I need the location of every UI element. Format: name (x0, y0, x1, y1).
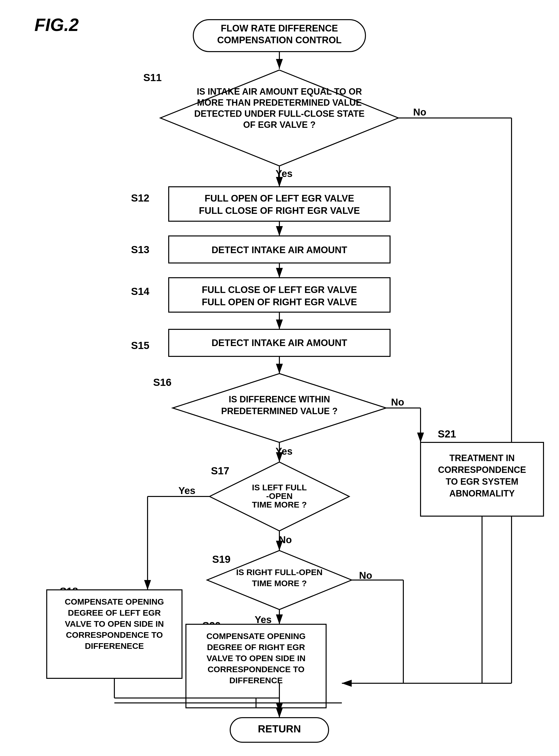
svg-text:S16: S16 (153, 377, 172, 388)
svg-text:S11: S11 (143, 72, 162, 83)
svg-text:Yes: Yes (179, 485, 196, 496)
svg-text:COMPENSATION CONTROL: COMPENSATION CONTROL (217, 35, 342, 45)
svg-text:TO EGR SYSTEM: TO EGR SYSTEM (446, 476, 518, 487)
svg-text:DEGREE OF LEFT EGR: DEGREE OF LEFT EGR (68, 608, 161, 617)
svg-text:DIFFERENCE: DIFFERENCE (229, 676, 283, 685)
svg-text:DETECTED UNDER FULL-CLOSE STAT: DETECTED UNDER FULL-CLOSE STATE (194, 109, 365, 119)
svg-text:COMPENSATE OPENING: COMPENSATE OPENING (65, 597, 164, 606)
svg-text:DEGREE OF RIGHT EGR: DEGREE OF RIGHT EGR (207, 642, 305, 652)
svg-text:DETECT INTAKE AIR AMOUNT: DETECT INTAKE AIR AMOUNT (211, 245, 347, 255)
svg-text:VALVE TO OPEN SIDE IN: VALVE TO OPEN SIDE IN (207, 654, 306, 663)
svg-text:S17: S17 (211, 465, 229, 476)
svg-text:-OPEN: -OPEN (266, 491, 293, 501)
svg-text:TIME MORE ?: TIME MORE ? (252, 578, 307, 588)
svg-text:OF EGR VALVE ?: OF EGR VALVE ? (243, 120, 316, 130)
svg-text:DETECT INTAKE AIR AMOUNT: DETECT INTAKE AIR AMOUNT (211, 338, 347, 348)
svg-text:S15: S15 (131, 340, 150, 351)
svg-text:S13: S13 (131, 244, 150, 255)
svg-text:S12: S12 (131, 192, 150, 204)
svg-text:No: No (391, 397, 404, 407)
svg-text:TIME MORE ?: TIME MORE ? (252, 500, 307, 509)
svg-rect-19 (169, 187, 390, 221)
svg-text:IS DIFFERENCE WITHIN: IS DIFFERENCE WITHIN (229, 394, 330, 404)
svg-text:FLOW RATE DIFFERENCE: FLOW RATE DIFFERENCE (221, 23, 338, 33)
svg-text:MORE THAN PREDETERMINED VALUE: MORE THAN PREDETERMINED VALUE (197, 98, 361, 108)
svg-text:RETURN: RETURN (258, 723, 301, 735)
svg-text:FULL OPEN OF LEFT EGR VALVE: FULL OPEN OF LEFT EGR VALVE (205, 193, 354, 204)
svg-text:No: No (278, 534, 292, 545)
svg-text:FULL CLOSE OF LEFT EGR VALVE: FULL CLOSE OF LEFT EGR VALVE (202, 285, 357, 295)
svg-text:No: No (359, 570, 372, 581)
svg-text:PREDETERMINED VALUE ?: PREDETERMINED VALUE ? (221, 406, 337, 416)
svg-text:FULL OPEN OF RIGHT EGR VALVE: FULL OPEN OF RIGHT EGR VALVE (202, 297, 357, 307)
svg-text:CORRESPONDENCE TO: CORRESPONDENCE TO (207, 665, 305, 674)
svg-text:S19: S19 (212, 553, 231, 565)
svg-text:IS LEFT FULL: IS LEFT FULL (252, 483, 307, 492)
flowchart-diagram: FLOW RATE DIFFERENCE COMPENSATION CONTRO… (0, 0, 559, 756)
svg-text:Yes: Yes (276, 168, 293, 179)
svg-text:CORRESPONDENCE: CORRESPONDENCE (438, 465, 526, 475)
svg-text:CORRESPONDENCE TO: CORRESPONDENCE TO (66, 630, 163, 639)
svg-text:Yes: Yes (255, 614, 272, 625)
svg-text:ABNORMALITY: ABNORMALITY (449, 488, 515, 498)
svg-text:IS INTAKE AIR AMOUNT EQUAL TO : IS INTAKE AIR AMOUNT EQUAL TO OR (197, 87, 362, 97)
svg-text:VALVE TO OPEN SIDE IN: VALVE TO OPEN SIDE IN (65, 619, 164, 629)
svg-text:DIFFERENECE: DIFFERENECE (85, 641, 144, 651)
svg-text:FULL CLOSE OF RIGHT EGR VALVE: FULL CLOSE OF RIGHT EGR VALVE (199, 206, 360, 216)
svg-text:TREATMENT IN: TREATMENT IN (449, 453, 514, 463)
svg-text:COMPENSATE OPENING: COMPENSATE OPENING (206, 631, 306, 641)
svg-text:Yes: Yes (276, 446, 293, 457)
svg-text:S14: S14 (131, 286, 150, 297)
svg-text:No: No (413, 107, 426, 117)
svg-text:S21: S21 (438, 428, 456, 440)
page: FIG.2 FLOW RATE DIFFERENCE COMPENSATION … (0, 0, 559, 756)
svg-text:IS RIGHT FULL-OPEN: IS RIGHT FULL-OPEN (236, 567, 322, 577)
